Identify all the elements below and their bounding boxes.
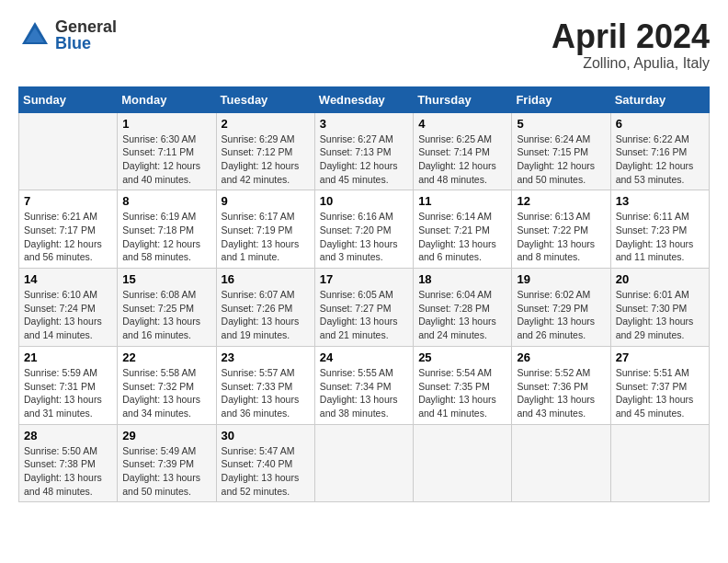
day-info: Sunrise: 6:25 AM Sunset: 7:14 PM Dayligh… — [418, 132, 506, 187]
calendar-cell: 4Sunrise: 6:25 AM Sunset: 7:14 PM Daylig… — [414, 112, 512, 190]
day-info: Sunrise: 6:19 AM Sunset: 7:18 PM Dayligh… — [122, 210, 210, 264]
day-info: Sunrise: 5:49 AM Sunset: 7:39 PM Dayligh… — [122, 444, 210, 499]
day-info: Sunrise: 6:24 AM Sunset: 7:15 PM Dayligh… — [517, 132, 605, 187]
day-number: 21 — [24, 350, 112, 364]
calendar-cell: 29Sunrise: 5:49 AM Sunset: 7:39 PM Dayli… — [118, 424, 216, 502]
calendar-cell: 11Sunrise: 6:14 AM Sunset: 7:21 PM Dayli… — [414, 190, 512, 269]
day-number: 29 — [122, 429, 210, 442]
day-info: Sunrise: 6:17 AM Sunset: 7:19 PM Dayligh… — [222, 210, 310, 264]
calendar-cell: 19Sunrise: 6:02 AM Sunset: 7:29 PM Dayli… — [512, 269, 610, 347]
weekday-header: Monday — [118, 86, 216, 112]
calendar-cell — [610, 424, 709, 502]
day-number: 7 — [24, 194, 112, 208]
day-info: Sunrise: 6:27 AM Sunset: 7:13 PM Dayligh… — [320, 132, 408, 187]
weekday-header: Friday — [512, 86, 610, 112]
calendar-cell: 17Sunrise: 6:05 AM Sunset: 7:27 PM Dayli… — [314, 269, 413, 347]
calendar-cell: 5Sunrise: 6:24 AM Sunset: 7:15 PM Daylig… — [512, 112, 610, 190]
day-number: 12 — [517, 194, 605, 208]
page-header: General Blue April 2024 Zollino, Apulia,… — [18, 18, 710, 72]
day-info: Sunrise: 6:01 AM Sunset: 7:30 PM Dayligh… — [616, 288, 704, 342]
calendar-cell: 12Sunrise: 6:13 AM Sunset: 7:22 PM Dayli… — [512, 190, 610, 269]
calendar-cell: 9Sunrise: 6:17 AM Sunset: 7:19 PM Daylig… — [216, 190, 314, 269]
calendar-cell — [512, 424, 610, 502]
calendar-week-row: 14Sunrise: 6:10 AM Sunset: 7:24 PM Dayli… — [19, 269, 710, 347]
day-number: 20 — [616, 272, 704, 286]
day-number: 5 — [517, 117, 605, 131]
logo: General Blue — [18, 18, 117, 52]
weekday-row: SundayMondayTuesdayWednesdayThursdayFrid… — [19, 86, 710, 112]
calendar-cell: 3Sunrise: 6:27 AM Sunset: 7:13 PM Daylig… — [314, 112, 413, 190]
day-info: Sunrise: 6:07 AM Sunset: 7:26 PM Dayligh… — [222, 288, 310, 342]
day-info: Sunrise: 5:58 AM Sunset: 7:32 PM Dayligh… — [122, 366, 210, 420]
day-number: 11 — [418, 194, 506, 208]
logo-text: General Blue — [55, 18, 117, 52]
day-number: 10 — [320, 194, 408, 208]
day-info: Sunrise: 5:47 AM Sunset: 7:40 PM Dayligh… — [222, 444, 310, 499]
day-number: 3 — [320, 117, 408, 131]
calendar-body: 1Sunrise: 6:30 AM Sunset: 7:11 PM Daylig… — [19, 112, 710, 502]
calendar-cell: 7Sunrise: 6:21 AM Sunset: 7:17 PM Daylig… — [19, 190, 118, 269]
logo-blue: Blue — [55, 35, 117, 52]
day-info: Sunrise: 6:30 AM Sunset: 7:11 PM Dayligh… — [122, 132, 210, 187]
logo-icon — [18, 18, 51, 52]
calendar-cell: 28Sunrise: 5:50 AM Sunset: 7:38 PM Dayli… — [19, 424, 118, 502]
calendar-week-row: 28Sunrise: 5:50 AM Sunset: 7:38 PM Dayli… — [19, 424, 710, 502]
day-info: Sunrise: 6:29 AM Sunset: 7:12 PM Dayligh… — [222, 132, 310, 187]
weekday-header: Wednesday — [314, 86, 413, 112]
day-info: Sunrise: 6:16 AM Sunset: 7:20 PM Dayligh… — [320, 210, 408, 264]
day-number: 6 — [616, 117, 704, 131]
day-number: 15 — [122, 272, 210, 286]
location: Zollino, Apulia, Italy — [552, 55, 710, 72]
calendar-cell: 27Sunrise: 5:51 AM Sunset: 7:37 PM Dayli… — [610, 346, 709, 424]
calendar-header: SundayMondayTuesdayWednesdayThursdayFrid… — [19, 86, 710, 112]
day-number: 28 — [24, 429, 112, 442]
calendar-cell: 24Sunrise: 5:55 AM Sunset: 7:34 PM Dayli… — [314, 346, 413, 424]
calendar-cell: 10Sunrise: 6:16 AM Sunset: 7:20 PM Dayli… — [314, 190, 413, 269]
month-title: April 2024 — [552, 18, 710, 55]
calendar-cell: 25Sunrise: 5:54 AM Sunset: 7:35 PM Dayli… — [414, 346, 512, 424]
weekday-header: Sunday — [19, 86, 118, 112]
day-info: Sunrise: 6:08 AM Sunset: 7:25 PM Dayligh… — [122, 288, 210, 342]
day-number: 24 — [320, 350, 408, 364]
calendar-table: SundayMondayTuesdayWednesdayThursdayFrid… — [18, 86, 710, 503]
day-number: 25 — [418, 350, 506, 364]
day-info: Sunrise: 5:52 AM Sunset: 7:36 PM Dayligh… — [517, 366, 605, 420]
day-number: 16 — [222, 272, 310, 286]
day-info: Sunrise: 6:13 AM Sunset: 7:22 PM Dayligh… — [517, 210, 605, 264]
day-info: Sunrise: 6:02 AM Sunset: 7:29 PM Dayligh… — [517, 288, 605, 342]
calendar-cell: 6Sunrise: 6:22 AM Sunset: 7:16 PM Daylig… — [610, 112, 709, 190]
day-number: 8 — [122, 194, 210, 208]
calendar-week-row: 1Sunrise: 6:30 AM Sunset: 7:11 PM Daylig… — [19, 112, 710, 190]
calendar-cell: 22Sunrise: 5:58 AM Sunset: 7:32 PM Dayli… — [118, 346, 216, 424]
day-number: 27 — [616, 350, 704, 364]
day-info: Sunrise: 5:57 AM Sunset: 7:33 PM Dayligh… — [222, 366, 310, 420]
weekday-header: Thursday — [414, 86, 512, 112]
calendar-cell — [414, 424, 512, 502]
day-info: Sunrise: 6:04 AM Sunset: 7:28 PM Dayligh… — [418, 288, 506, 342]
calendar-cell: 26Sunrise: 5:52 AM Sunset: 7:36 PM Dayli… — [512, 346, 610, 424]
day-number: 22 — [122, 350, 210, 364]
weekday-header: Saturday — [610, 86, 709, 112]
calendar-cell: 15Sunrise: 6:08 AM Sunset: 7:25 PM Dayli… — [118, 269, 216, 347]
day-info: Sunrise: 6:05 AM Sunset: 7:27 PM Dayligh… — [320, 288, 408, 342]
calendar-cell: 1Sunrise: 6:30 AM Sunset: 7:11 PM Daylig… — [118, 112, 216, 190]
calendar-cell — [314, 424, 413, 502]
calendar-week-row: 7Sunrise: 6:21 AM Sunset: 7:17 PM Daylig… — [19, 190, 710, 269]
title-block: April 2024 Zollino, Apulia, Italy — [552, 18, 710, 72]
day-number: 14 — [24, 272, 112, 286]
calendar-cell — [19, 112, 118, 190]
logo-general: General — [55, 18, 117, 35]
calendar-cell: 23Sunrise: 5:57 AM Sunset: 7:33 PM Dayli… — [216, 346, 314, 424]
day-info: Sunrise: 5:51 AM Sunset: 7:37 PM Dayligh… — [616, 366, 704, 420]
day-info: Sunrise: 6:21 AM Sunset: 7:17 PM Dayligh… — [24, 210, 112, 264]
day-number: 13 — [616, 194, 704, 208]
day-info: Sunrise: 6:11 AM Sunset: 7:23 PM Dayligh… — [616, 210, 704, 264]
day-number: 18 — [418, 272, 506, 286]
calendar-cell: 8Sunrise: 6:19 AM Sunset: 7:18 PM Daylig… — [118, 190, 216, 269]
day-number: 17 — [320, 272, 408, 286]
calendar-cell: 16Sunrise: 6:07 AM Sunset: 7:26 PM Dayli… — [216, 269, 314, 347]
calendar-cell: 14Sunrise: 6:10 AM Sunset: 7:24 PM Dayli… — [19, 269, 118, 347]
calendar-cell: 20Sunrise: 6:01 AM Sunset: 7:30 PM Dayli… — [610, 269, 709, 347]
day-number: 23 — [222, 350, 310, 364]
calendar-cell: 21Sunrise: 5:59 AM Sunset: 7:31 PM Dayli… — [19, 346, 118, 424]
